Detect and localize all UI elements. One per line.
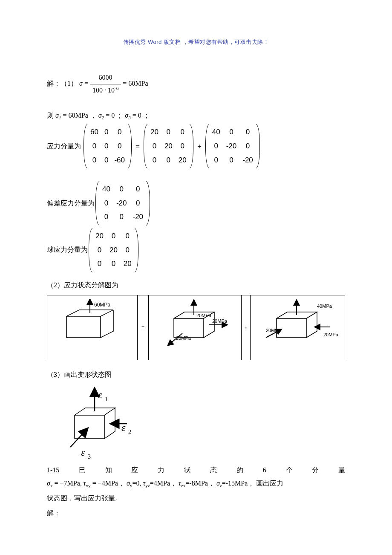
cube-2: 20MPa 20MPa 20MPa xyxy=(153,297,238,357)
svg-text:ε: ε xyxy=(121,422,126,433)
den-b: 10 xyxy=(108,87,115,94)
svg-text:20MPa: 20MPa xyxy=(212,318,228,324)
s2-val: = 0 ； xyxy=(104,112,123,119)
spherical-row: 球应力分量为 2000 0200 0020 xyxy=(47,228,345,272)
cube1-label: 60MPa xyxy=(94,302,110,308)
matrix-deviatoric-2: 4000 0-200 00-20 xyxy=(95,181,151,225)
frac-num: 6000 xyxy=(90,72,121,84)
cdot: · xyxy=(104,87,106,94)
decomp-plus: + xyxy=(242,295,251,360)
s1-val: = 60MPa ， xyxy=(61,112,96,119)
s3-val: = 0 ； xyxy=(131,112,150,119)
svg-text:2: 2 xyxy=(128,429,131,435)
given-stress-components: σx = −7MPa, τxy = −4MPa， σy=0, τyz=4MPa，… xyxy=(47,477,345,490)
part-b-label: （3）画出变形状态图 xyxy=(47,369,345,381)
svg-text:ε: ε xyxy=(81,447,85,458)
s3: σ xyxy=(125,112,128,119)
matrix-deviatoric: 4000 0-200 00-20 xyxy=(205,124,261,168)
sigma-principal-line: 则 σ1 = 60MPa ， σ2 = 0 ； σ3 = 0 ； xyxy=(47,110,345,122)
sigma-result: 60 xyxy=(128,80,135,87)
svg-text:20MPa: 20MPa xyxy=(176,335,191,341)
strain-state-figure: ε 1 ε 2 ε 3 xyxy=(55,383,345,462)
label-spherical: 球应力分量为 xyxy=(47,244,88,256)
label-deviatoric: 偏差应力分量为 xyxy=(47,197,95,210)
page-header: 传播优秀 Word 版文档 ，希望对您有帮助，可双击去除！ xyxy=(47,38,345,46)
solution-line-1: 解：（1） σ = 6000 100 · 10-6 = 60MPa xyxy=(47,72,345,97)
part-a-label: （2）应力状态分解图为 xyxy=(47,279,345,292)
den-exp: -6 xyxy=(115,85,118,90)
label-stress: 应力分量为 xyxy=(47,140,81,153)
cube-3: 40MPa 20MPa 20MPa xyxy=(253,297,343,357)
den-a: 100 xyxy=(92,87,103,94)
answer-label: 解： xyxy=(47,507,345,520)
matrix-spherical-2: 2000 0200 0020 xyxy=(88,228,139,272)
svg-text:3: 3 xyxy=(88,454,91,460)
matrix-full: 6000 000 00-60 xyxy=(83,124,133,168)
svg-text:40MPa: 40MPa xyxy=(317,304,332,309)
last-line: 状态图，写出应力张量。 xyxy=(47,492,345,505)
problem-1-15-head: 1-15 已 知 应 力 状 态 的 6 个 分 量 xyxy=(47,466,345,475)
stress-decomp-figure: 60MPa = 20MPa xyxy=(47,295,345,360)
s1: σ xyxy=(55,112,59,119)
problem-number: 1-15 xyxy=(47,466,59,474)
prefix-1: 解：（1） xyxy=(47,80,78,87)
plus-symbol: ＋ xyxy=(194,140,205,153)
svg-text:20MPa: 20MPa xyxy=(196,313,212,318)
stress-decomp-row: 应力分量为 6000 000 00-60 ＝ 2000 0200 0020 ＋ xyxy=(47,124,345,168)
svg-text:1: 1 xyxy=(105,396,108,402)
matrix-spherical: 2000 0200 0020 xyxy=(143,124,194,168)
s2: σ xyxy=(98,112,102,119)
cube-1: 60MPa xyxy=(54,299,130,355)
line2-prefix: 则 xyxy=(47,112,54,119)
eq-symbol: ＝ xyxy=(133,140,143,153)
deviatoric-row: 偏差应力分量为 4000 0-200 00-20 xyxy=(47,181,345,225)
svg-text:ε: ε xyxy=(98,389,102,400)
sigma-unit: MPa xyxy=(135,80,148,87)
decomp-eq: = xyxy=(137,295,148,360)
svg-text:20MPa: 20MPa xyxy=(323,332,339,337)
svg-text:20MPa: 20MPa xyxy=(266,328,281,333)
